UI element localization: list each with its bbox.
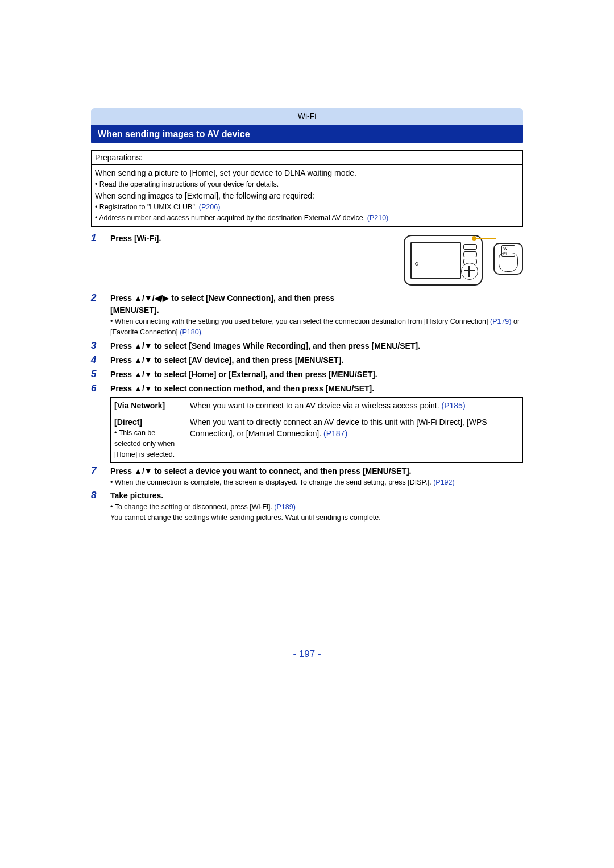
wifi-button-icon: Wi Fi bbox=[493, 243, 523, 275]
category-header: Wi-Fi bbox=[91, 108, 523, 125]
link-p187[interactable]: (P187) bbox=[323, 429, 347, 438]
step-number: 3 bbox=[91, 340, 103, 352]
prep-line-2: Read the operating instructions of your … bbox=[95, 179, 519, 190]
step-number: 1 bbox=[91, 233, 103, 245]
link-p185[interactable]: (P185) bbox=[442, 401, 466, 410]
link-p206[interactable]: (P206) bbox=[199, 203, 221, 211]
table-row: [Via Network] When you want to connect t… bbox=[111, 397, 523, 414]
link-p210[interactable]: (P210) bbox=[367, 214, 389, 222]
step-number: 6 bbox=[91, 383, 103, 463]
step-2-text: Press ▲/▼/◀/▶ to select [New Connection]… bbox=[110, 292, 355, 316]
prep-line-3: When sending images to [External], the f… bbox=[95, 190, 519, 202]
camera-illustration: Wi Fi bbox=[404, 233, 523, 287]
link-p192[interactable]: (P192) bbox=[433, 478, 455, 486]
link-p179[interactable]: (P179) bbox=[490, 317, 512, 325]
step-number: 4 bbox=[91, 354, 103, 366]
prep-line-4: Registration to "LUMIX CLUB". (P206) bbox=[95, 202, 519, 213]
page-number: - 197 - bbox=[91, 648, 523, 660]
prep-line-5: Address number and access number acquire… bbox=[95, 213, 519, 224]
step-3-text: Press ▲/▼ to select [Send Images While R… bbox=[110, 341, 420, 350]
preparations-label: Preparations: bbox=[92, 151, 522, 165]
step-5-text: Press ▲/▼ to select [Home] or [External]… bbox=[110, 370, 377, 379]
step-1-text: Press [Wi-Fi]. bbox=[110, 234, 161, 243]
link-p180[interactable]: (P180) bbox=[180, 328, 201, 336]
step-4-text: Press ▲/▼ to select [AV device], and the… bbox=[110, 356, 343, 365]
prep-line-1: When sending a picture to [Home], set yo… bbox=[95, 167, 519, 179]
section-title: When sending images to AV device bbox=[91, 125, 523, 143]
step-number: 5 bbox=[91, 369, 103, 381]
table-row: [Direct] This can be selected only when … bbox=[111, 414, 523, 463]
connection-method-table: [Via Network] When you want to connect t… bbox=[110, 397, 523, 463]
step-7-text: Press ▲/▼ to select a device you want to… bbox=[110, 466, 412, 476]
link-p189[interactable]: (P189) bbox=[274, 503, 296, 511]
step-number: 2 bbox=[91, 292, 103, 338]
step-8-note: To change the setting or disconnect, pre… bbox=[110, 502, 523, 523]
step-8-text: Take pictures. bbox=[110, 491, 163, 500]
step-6-text: Press ▲/▼ to select connection method, a… bbox=[110, 384, 374, 393]
preparations-box: Preparations: When sending a picture to … bbox=[91, 150, 523, 227]
step-number: 8 bbox=[91, 490, 103, 523]
step-7-note: When the connection is complete, the scr… bbox=[110, 477, 523, 488]
step-number: 7 bbox=[91, 465, 103, 488]
step-2-note: When connecting with the setting you use… bbox=[110, 316, 523, 338]
